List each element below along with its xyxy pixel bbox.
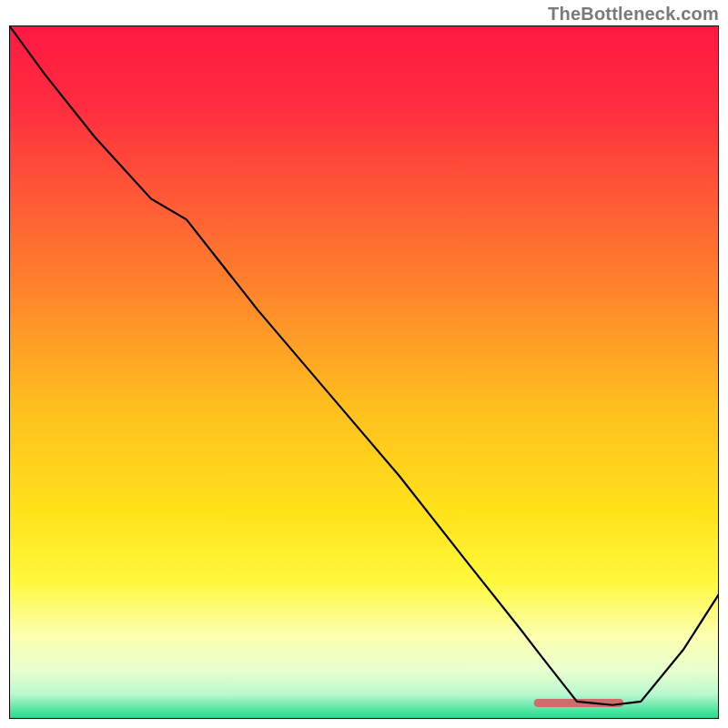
bottleneck-plot xyxy=(9,25,719,719)
plot-background xyxy=(9,25,719,719)
attribution-label: TheBottleneck.com xyxy=(548,4,719,25)
chart-container: TheBottleneck.com xyxy=(0,0,728,728)
